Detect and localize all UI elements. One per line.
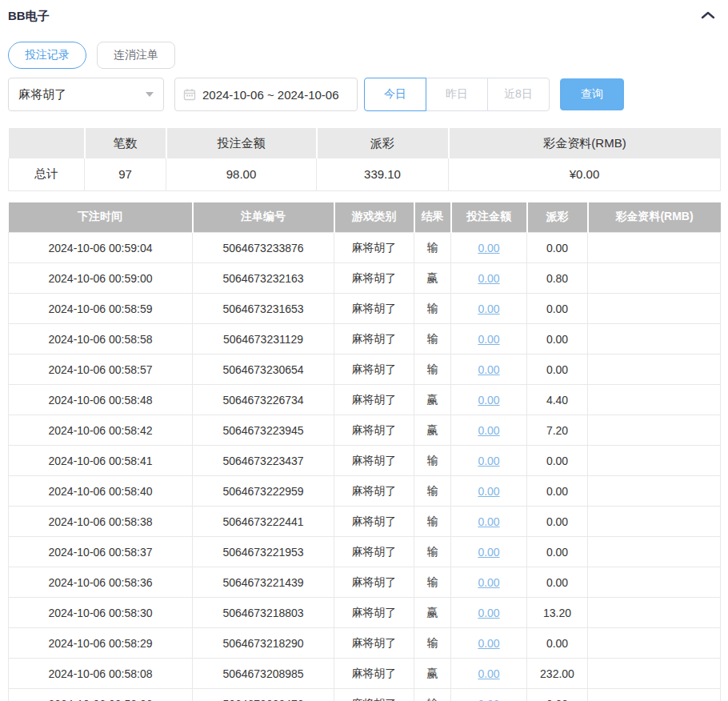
- cell-bet-id: 5064673231129: [193, 324, 334, 355]
- bet-amount-link[interactable]: 0.00: [478, 546, 499, 559]
- page: BB电子 投注记录 连消注单 麻将胡了 2024-10-06 ~ 2024-10…: [0, 0, 728, 701]
- cell-bet-amount: 0.00: [451, 628, 527, 659]
- cell-game-type: 麻将胡了: [334, 233, 414, 263]
- quick-date-group: 今日 昨日 近8日: [364, 78, 550, 111]
- yesterday-button[interactable]: 昨日: [426, 78, 488, 111]
- summary-col-bet-amount: 投注金额: [166, 128, 317, 158]
- last-8-days-button[interactable]: 近8日: [487, 78, 550, 111]
- cell-bet-id: 5064673232163: [193, 263, 334, 294]
- cell-game-type: 麻将胡了: [334, 598, 414, 628]
- cell-bet-time: 2024-10-06 00:58:37: [9, 537, 193, 567]
- bet-amount-link[interactable]: 0.00: [478, 333, 499, 346]
- bet-amount-link[interactable]: 0.00: [478, 272, 499, 285]
- cell-bet-id: 5064673222959: [193, 476, 334, 507]
- game-select[interactable]: 麻将胡了: [8, 78, 164, 111]
- cell-payout: 13.20: [527, 598, 588, 628]
- bet-amount-link[interactable]: 0.00: [478, 242, 499, 254]
- bet-amount-link[interactable]: 0.00: [478, 363, 499, 376]
- cell-bet-time: 2024-10-06 00:59:04: [9, 233, 193, 263]
- cell-bet-time: 2024-10-06 00:58:40: [9, 476, 193, 507]
- cell-bonus: [588, 476, 721, 507]
- cell-bet-amount: 0.00: [451, 415, 527, 446]
- calendar-icon: [183, 88, 196, 101]
- summary-total-label: 总计: [9, 158, 85, 190]
- bet-amount-link[interactable]: 0.00: [478, 667, 499, 680]
- date-range-input[interactable]: 2024-10-06 ~ 2024-10-06: [174, 78, 358, 111]
- cell-result: 赢: [414, 385, 451, 415]
- bet-amount-link[interactable]: 0.00: [478, 485, 499, 498]
- today-button[interactable]: 今日: [364, 78, 426, 111]
- cell-bonus: [588, 415, 721, 446]
- cell-payout: 232.00: [527, 659, 588, 689]
- records-table: 下注时间 注单编号 游戏类别 结果 投注金额 派彩 彩金资料(RMB) 2024…: [8, 202, 721, 701]
- bet-amount-link[interactable]: 0.00: [478, 607, 499, 619]
- col-bonus: 彩金资料(RMB): [588, 202, 721, 233]
- bet-amount-link[interactable]: 0.00: [478, 698, 499, 701]
- cell-result: 输: [414, 537, 451, 567]
- table-row: 2024-10-06 00:58:58 5064673231129 麻将胡了 输…: [9, 324, 721, 355]
- table-row: 2024-10-06 00:59:00 5064673232163 麻将胡了 赢…: [9, 263, 721, 294]
- table-row: 2024-10-06 00:58:06 5064673208476 麻将胡了 输…: [9, 689, 721, 701]
- bet-amount-link[interactable]: 0.00: [478, 515, 499, 528]
- cell-payout: 4.40: [527, 385, 588, 415]
- cell-bet-time: 2024-10-06 00:58:06: [9, 689, 193, 701]
- bet-amount-link[interactable]: 0.00: [478, 455, 499, 467]
- cell-game-type: 麻将胡了: [334, 385, 414, 415]
- bet-amount-link[interactable]: 0.00: [478, 394, 499, 407]
- cell-game-type: 麻将胡了: [334, 355, 414, 385]
- cell-result: 输: [414, 294, 451, 324]
- cell-bet-amount: 0.00: [451, 263, 527, 294]
- date-range-value: 2024-10-06 ~ 2024-10-06: [202, 88, 339, 102]
- cell-bet-id: 5064673218290: [193, 628, 334, 659]
- cell-game-type: 麻将胡了: [334, 537, 414, 567]
- bet-amount-link[interactable]: 0.00: [478, 302, 499, 315]
- summary-total-count: 97: [85, 158, 166, 190]
- cell-bet-id: 5064673221439: [193, 567, 334, 598]
- cell-payout: 0.00: [527, 324, 588, 355]
- cell-game-type: 麻将胡了: [334, 628, 414, 659]
- cell-bet-amount: 0.00: [451, 476, 527, 507]
- table-row: 2024-10-06 00:59:04 5064673233876 麻将胡了 输…: [9, 233, 721, 263]
- cell-result: 输: [414, 507, 451, 537]
- cell-bet-id: 5064673233876: [193, 233, 334, 263]
- cell-game-type: 麻将胡了: [334, 507, 414, 537]
- cell-bonus: [588, 598, 721, 628]
- table-row: 2024-10-06 00:58:59 5064673231653 麻将胡了 输…: [9, 294, 721, 324]
- cell-bonus: [588, 659, 721, 689]
- cell-game-type: 麻将胡了: [334, 476, 414, 507]
- cell-bet-amount: 0.00: [451, 385, 527, 415]
- cell-bet-id: 5064673230654: [193, 355, 334, 385]
- table-row: 2024-10-06 00:58:30 5064673218803 麻将胡了 赢…: [9, 598, 721, 628]
- table-row: 2024-10-06 00:58:38 5064673222441 麻将胡了 输…: [9, 507, 721, 537]
- summary-total-row: 总计 97 98.00 339.10 ¥0.00: [9, 158, 721, 190]
- bet-amount-link[interactable]: 0.00: [478, 576, 499, 589]
- tab-bet-records[interactable]: 投注记录: [8, 42, 86, 69]
- cell-bonus: [588, 355, 721, 385]
- cell-bonus: [588, 689, 721, 701]
- cell-bet-amount: 0.00: [451, 689, 527, 701]
- cell-game-type: 麻将胡了: [334, 324, 414, 355]
- cell-payout: 0.00: [527, 689, 588, 701]
- bet-amount-link[interactable]: 0.00: [478, 424, 499, 437]
- col-game-type: 游戏类别: [334, 202, 414, 233]
- cell-game-type: 麻将胡了: [334, 415, 414, 446]
- query-button[interactable]: 查询: [560, 78, 624, 110]
- cell-bet-amount: 0.00: [451, 567, 527, 598]
- cell-bet-time: 2024-10-06 00:58:48: [9, 385, 193, 415]
- chevron-up-icon[interactable]: [701, 9, 715, 23]
- cell-result: 输: [414, 567, 451, 598]
- summary-col-bonus: 彩金资料(RMB): [449, 128, 721, 158]
- table-row: 2024-10-06 00:58:36 5064673221439 麻将胡了 输…: [9, 567, 721, 598]
- filter-bar: 麻将胡了 2024-10-06 ~ 2024-10-06 今日 昨日 近8日 查…: [8, 78, 720, 111]
- table-row: 2024-10-06 00:58:57 5064673230654 麻将胡了 输…: [9, 355, 721, 385]
- tab-cancelled-bets[interactable]: 连消注单: [97, 42, 175, 69]
- cell-bet-amount: 0.00: [451, 659, 527, 689]
- bet-amount-link[interactable]: 0.00: [478, 637, 499, 650]
- cell-payout: 0.80: [527, 263, 588, 294]
- summary-header-row: 笔数 投注金额 派彩 彩金资料(RMB): [9, 128, 721, 158]
- cell-bet-time: 2024-10-06 00:58:59: [9, 294, 193, 324]
- cell-bet-amount: 0.00: [451, 355, 527, 385]
- records-header-row: 下注时间 注单编号 游戏类别 结果 投注金额 派彩 彩金资料(RMB): [9, 202, 721, 233]
- cell-result: 输: [414, 324, 451, 355]
- cell-bet-id: 5064673208985: [193, 659, 334, 689]
